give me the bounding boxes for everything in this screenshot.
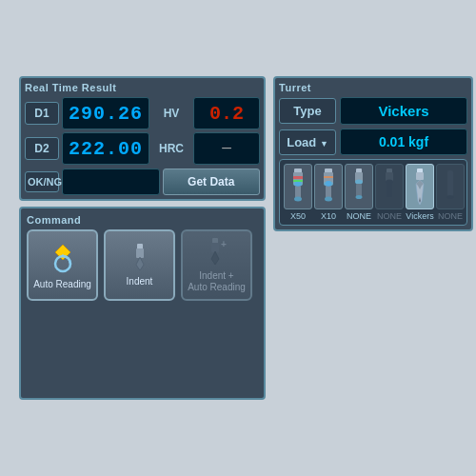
slot-none3-label: NONE	[438, 211, 463, 221]
d2-secondary: —	[193, 132, 260, 165]
d1-label: D1	[25, 102, 59, 125]
svg-rect-35	[416, 172, 424, 180]
d2-unit: HRC	[152, 142, 190, 155]
d1-row: D1 290.26 HV 0.2	[25, 97, 260, 129]
okng-display	[62, 169, 160, 195]
svg-rect-33	[387, 184, 392, 197]
svg-point-29	[356, 195, 363, 199]
command-panel: Command Auto Reading	[19, 207, 266, 400]
indent-label: Indent	[127, 276, 153, 288]
real-time-result-panel: Real Time Result D1 290.26 HV 0.2 D2 222…	[19, 76, 266, 201]
svg-rect-17	[293, 180, 303, 182]
indent-auto-reading-icon: +	[205, 238, 229, 267]
load-row: Load ▼ 0.01 kgf	[279, 129, 467, 155]
svg-rect-24	[324, 176, 333, 178]
load-label[interactable]: Load ▼	[279, 129, 336, 155]
svg-point-22	[325, 197, 332, 202]
type-row: Type Vickers	[279, 97, 467, 125]
slot-none3[interactable]: NONE	[436, 164, 465, 221]
slot-none3-icon	[440, 169, 461, 205]
okng-row: OK/NG Get Data	[25, 169, 260, 195]
slot-none3-bg	[436, 164, 465, 209]
d2-label: D2	[25, 137, 59, 160]
slot-x10-bg	[314, 164, 343, 209]
svg-rect-16	[293, 176, 303, 179]
svg-point-40	[446, 195, 454, 199]
svg-rect-28	[356, 184, 362, 197]
svg-marker-5	[136, 257, 144, 270]
slot-none2[interactable]: NONE	[375, 164, 404, 221]
real-time-result-title: Real Time Result	[25, 82, 260, 93]
slot-vickers-bg	[406, 164, 434, 209]
slot-x50-bg	[284, 164, 312, 209]
slot-vickers-icon	[409, 169, 430, 205]
left-panel: Real Time Result D1 290.26 HV 0.2 D2 222…	[19, 76, 266, 400]
slot-x50[interactable]: X50	[284, 164, 312, 221]
slot-none2-bg	[375, 164, 404, 209]
slot-none1-label: NONE	[347, 211, 371, 221]
svg-point-14	[294, 197, 302, 202]
slot-x50-icon	[288, 169, 308, 205]
slot-x10[interactable]: X10	[314, 164, 343, 221]
d2-row: D2 222.00 HRC —	[25, 132, 260, 165]
main-container: Real Time Result D1 290.26 HV 0.2 D2 222…	[19, 76, 457, 400]
d1-secondary: 0.2	[193, 97, 260, 129]
type-label: Type	[279, 98, 336, 124]
load-dropdown-arrow-icon: ▼	[320, 139, 328, 149]
right-panel: Turret Type Vickers Load ▼ 0.01 kgf	[273, 76, 473, 400]
slot-none2-icon	[379, 169, 400, 205]
turret-title: Turret	[279, 82, 467, 93]
slot-none2-label: NONE	[377, 211, 402, 221]
indent-auto-reading-label: Indent +Auto Reading	[188, 270, 246, 293]
svg-marker-8	[211, 251, 219, 265]
slot-x10-icon	[318, 169, 339, 205]
slot-none1-icon	[348, 169, 369, 205]
d1-unit: HV	[152, 107, 190, 120]
auto-reading-icon	[46, 241, 80, 275]
load-label-text: Load	[287, 135, 316, 149]
turret-panel: Turret Type Vickers Load ▼ 0.01 kgf	[273, 76, 473, 231]
indent-auto-reading-button[interactable]: + Indent +Auto Reading	[181, 229, 252, 301]
auto-reading-button[interactable]: Auto Reading	[27, 229, 98, 301]
svg-rect-39	[447, 170, 453, 197]
okng-label: OK/NG	[25, 171, 59, 192]
svg-text:+: +	[221, 239, 227, 249]
slot-vickers-label: Vickers	[406, 211, 433, 221]
slot-vickers[interactable]: Vickers	[406, 164, 434, 221]
load-value: 0.01 kgf	[340, 129, 467, 155]
indent-icon	[129, 244, 150, 272]
svg-point-27	[355, 180, 363, 185]
slot-x10-label: X10	[321, 211, 336, 221]
d1-value: 290.26	[62, 97, 149, 129]
slot-x50-label: X50	[290, 211, 306, 221]
slot-none1[interactable]: NONE	[345, 164, 373, 221]
command-buttons: Auto Reading Indent	[27, 229, 258, 301]
command-title: Command	[27, 214, 258, 226]
turret-slots: X50 X10	[279, 159, 467, 226]
get-data-button[interactable]: Get Data	[163, 169, 261, 195]
svg-point-32	[386, 180, 393, 185]
svg-point-23	[326, 181, 331, 187]
indent-button[interactable]: Indent	[104, 229, 175, 301]
d2-value: 222.00	[62, 132, 149, 165]
type-value: Vickers	[340, 97, 467, 125]
auto-reading-label: Auto Reading	[33, 279, 91, 290]
slot-none1-bg	[345, 164, 373, 209]
